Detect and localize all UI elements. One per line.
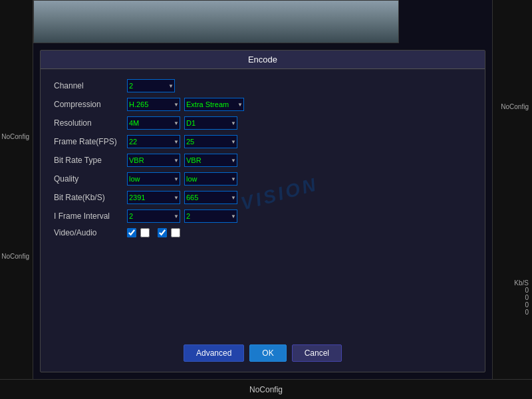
compression-controls: H.265 Extra Stream: [127, 98, 244, 111]
resolution-sub-wrapper: D1: [184, 116, 237, 130]
iframe-main-select[interactable]: 2: [127, 209, 180, 223]
audio-sub-checkbox[interactable]: [171, 228, 180, 237]
fps-main-select[interactable]: 22: [127, 135, 180, 148]
quality-label: Quality: [54, 174, 127, 184]
videoaudio-label: Video/Audio: [54, 228, 127, 237]
extra-stream-select-wrapper: Extra Stream: [184, 98, 244, 111]
audio-main-checkbox[interactable]: [140, 228, 150, 237]
cancel-button[interactable]: Cancel: [292, 344, 342, 362]
bitrate-type-main-wrapper: VBR: [127, 154, 180, 167]
resolution-row: Resolution 4M D1: [54, 116, 471, 130]
iframe-sub-wrapper: 2: [184, 209, 237, 223]
resolution-controls: 4M D1: [127, 116, 237, 130]
channel-select-wrapper: 2: [127, 79, 175, 92]
bitrate-sub-select[interactable]: 665: [184, 191, 237, 204]
compression-select[interactable]: H.265: [127, 98, 180, 111]
video-main-checkbox[interactable]: [127, 228, 136, 237]
videoaudio-row: Video/Audio: [54, 228, 471, 237]
quality-controls: low low: [127, 172, 237, 186]
channel-row: Channel 2: [54, 79, 471, 92]
quality-sub-wrapper: low: [184, 172, 237, 186]
kb-label: Kb/S 0 0 0 0: [514, 279, 529, 316]
quality-main-select[interactable]: low: [127, 172, 180, 186]
channel-select[interactable]: 2: [127, 79, 175, 92]
resolution-main-wrapper: 4M: [127, 116, 180, 130]
camera-preview: [33, 0, 399, 43]
bitrate-row: Bit Rate(Kb/S) 2391 665: [54, 191, 471, 204]
bitrate-label: Bit Rate(Kb/S): [54, 193, 127, 202]
extra-stream-select[interactable]: Extra Stream: [184, 98, 244, 111]
framerate-controls: 22 25: [127, 135, 237, 148]
noconfig-left-label2: NoConfig: [1, 253, 29, 260]
video-sub-checkbox[interactable]: [158, 228, 167, 237]
iframe-controls: 2 2: [127, 209, 237, 223]
channel-label: Channel: [54, 81, 127, 90]
resolution-label: Resolution: [54, 118, 127, 128]
encode-dialog: Encode Channel 2 Compression H.265: [40, 50, 485, 372]
bitrate-main-select[interactable]: 2391: [127, 191, 180, 204]
fps-main-wrapper: 22: [127, 135, 180, 148]
iframe-main-wrapper: 2: [127, 209, 180, 223]
bitrate-controls: 2391 665: [127, 191, 237, 204]
dialog-body: Channel 2 Compression H.265: [41, 69, 485, 253]
dialog-footer: Advanced OK Cancel: [41, 344, 485, 362]
compression-row: Compression H.265 Extra Stream: [54, 98, 471, 111]
left-panel: NoConfig NoConfig: [0, 0, 33, 399]
fps-sub-select[interactable]: 25: [184, 135, 237, 148]
iframe-label: I Frame Interval: [54, 211, 127, 221]
bitrate-type-main-select[interactable]: VBR: [127, 154, 180, 167]
compression-select-wrapper: H.265: [127, 98, 180, 111]
bitrate-type-label: Bit Rate Type: [54, 156, 127, 165]
framerate-row: Frame Rate(FPS) 22 25: [54, 135, 471, 148]
resolution-sub-select[interactable]: D1: [184, 116, 237, 130]
bitrate-main-wrapper: 2391: [127, 191, 180, 204]
bitrate-sub-wrapper: 665: [184, 191, 237, 204]
bitrate-type-sub-select[interactable]: VBR: [184, 154, 237, 167]
dialog-title: Encode: [41, 51, 485, 69]
bitrate-type-controls: VBR VBR: [127, 154, 237, 167]
bitrate-type-sub-wrapper: VBR: [184, 154, 237, 167]
fps-sub-wrapper: 25: [184, 135, 237, 148]
iframe-sub-select[interactable]: 2: [184, 209, 237, 223]
bottom-noconfig-label: NoConfig: [249, 385, 283, 394]
bottom-bar: NoConfig: [0, 379, 532, 399]
bitrate-type-row: Bit Rate Type VBR VBR: [54, 154, 471, 167]
quality-sub-select[interactable]: low: [184, 172, 237, 186]
channel-controls: 2: [127, 79, 175, 92]
iframe-row: I Frame Interval 2 2: [54, 209, 471, 223]
ok-button[interactable]: OK: [249, 344, 286, 362]
noconfig-left-label: NoConfig: [1, 133, 29, 140]
quality-main-wrapper: low: [127, 172, 180, 186]
advanced-button[interactable]: Advanced: [184, 344, 244, 362]
noconfig-right-label: NoConfig: [501, 103, 529, 110]
framerate-label: Frame Rate(FPS): [54, 137, 127, 146]
resolution-main-select[interactable]: 4M: [127, 116, 180, 130]
compression-label: Compression: [54, 100, 127, 109]
quality-row: Quality low low: [54, 172, 471, 186]
videoaudio-controls: [127, 228, 180, 237]
right-panel: NoConfig Kb/S 0 0 0 0: [492, 0, 532, 399]
